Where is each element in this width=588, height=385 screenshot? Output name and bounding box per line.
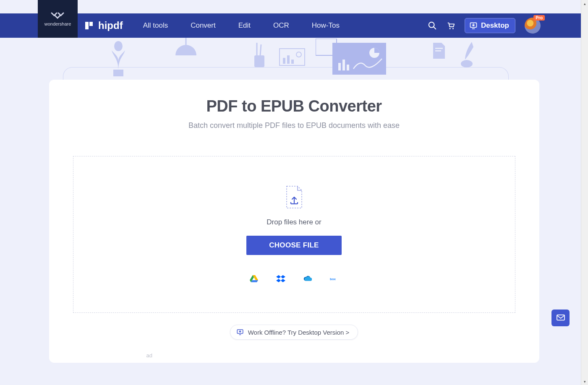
wondershare-text: wondershare	[44, 21, 71, 26]
search-button[interactable]	[428, 21, 437, 30]
page-subtitle: Batch convert multiple PDF files to EPUB…	[49, 121, 539, 130]
cart-icon	[446, 21, 455, 30]
svg-rect-1	[89, 22, 93, 26]
svg-rect-25	[435, 48, 443, 49]
desktop-button-label: Desktop	[481, 21, 509, 30]
plant-icon	[106, 38, 131, 78]
product-name: hipdf	[98, 20, 123, 31]
wondershare-mark-icon	[51, 11, 65, 19]
search-icon	[428, 21, 437, 30]
hipdf-mark-icon	[84, 21, 94, 31]
nav-items: All tools Convert Edit OCR How-Tos	[143, 21, 340, 30]
svg-rect-23	[342, 60, 345, 70]
document-icon	[431, 42, 447, 60]
google-drive-icon[interactable]	[249, 274, 259, 284]
converter-card: PDF to EPUB Converter Batch convert mult…	[49, 80, 539, 363]
nav-convert[interactable]: Convert	[191, 21, 216, 30]
offline-desktop-pill[interactable]: Work Offline? Try Desktop Version >	[230, 325, 358, 340]
svg-text:box: box	[330, 277, 336, 281]
offline-pill-text: Work Offline? Try Desktop Version >	[248, 329, 350, 336]
scrollbar-track[interactable]: ▴ ▾	[581, 0, 588, 385]
svg-rect-13	[254, 55, 264, 67]
svg-point-5	[452, 28, 454, 29]
box-icon[interactable]: box	[330, 274, 339, 284]
upload-file-icon	[285, 185, 303, 209]
top-nav: hipdf All tools Convert Edit OCR How-Tos	[0, 13, 581, 38]
svg-point-4	[449, 28, 451, 29]
nav-edit[interactable]: Edit	[238, 21, 251, 30]
small-chart-icon	[279, 46, 306, 68]
user-avatar[interactable]: Pro	[525, 18, 541, 34]
quill-icon	[457, 40, 478, 68]
nav-ocr[interactable]: OCR	[273, 21, 289, 30]
onedrive-icon[interactable]	[303, 274, 312, 284]
svg-point-27	[461, 60, 473, 68]
product-logo[interactable]: hipdf	[84, 20, 123, 31]
svg-rect-0	[85, 22, 89, 29]
desktop-download-small-icon	[236, 328, 244, 336]
svg-rect-15	[283, 58, 285, 64]
svg-rect-31	[557, 315, 564, 320]
pro-badge: Pro	[533, 15, 545, 21]
analytics-board-icon	[316, 39, 387, 76]
choose-file-button[interactable]: CHOOSE FILE	[246, 236, 342, 255]
pencil-cup-icon	[251, 43, 268, 68]
scroll-down-arrow-icon[interactable]: ▾	[581, 378, 588, 385]
svg-rect-17	[291, 60, 294, 64]
cart-button[interactable]	[446, 21, 455, 30]
svg-line-3	[434, 27, 436, 29]
svg-point-8	[114, 41, 123, 51]
svg-rect-9	[113, 70, 123, 76]
desktop-button[interactable]: Desktop	[465, 18, 515, 33]
wondershare-logo[interactable]: wondershare	[38, 0, 78, 38]
page-title: PDF to EPUB Converter	[49, 97, 539, 115]
lamp-icon	[171, 38, 201, 64]
svg-rect-22	[338, 63, 341, 70]
cloud-source-row: box	[249, 274, 339, 284]
mail-icon	[556, 314, 565, 322]
ad-label: ad	[146, 352, 539, 359]
svg-rect-24	[347, 65, 349, 70]
svg-rect-16	[287, 55, 290, 64]
feedback-mail-button[interactable]	[551, 310, 570, 326]
svg-point-18	[296, 52, 301, 57]
download-desktop-icon	[469, 21, 478, 30]
nav-all-tools[interactable]: All tools	[143, 21, 168, 30]
decorative-strip	[0, 38, 581, 80]
dropzone-text: Drop files here or	[267, 218, 321, 226]
nav-howtos[interactable]: How-Tos	[312, 21, 340, 30]
file-dropzone[interactable]: Drop files here or CHOOSE FILE box	[73, 156, 515, 313]
dropbox-icon[interactable]	[276, 274, 285, 284]
svg-rect-26	[435, 50, 441, 52]
svg-line-12	[260, 44, 261, 55]
